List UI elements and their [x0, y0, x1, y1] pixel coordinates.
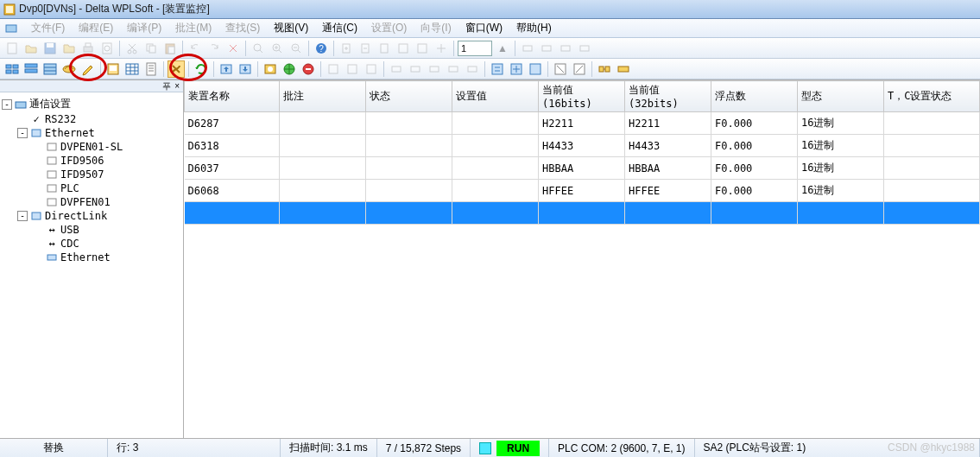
redo-icon[interactable] — [205, 40, 223, 57]
tree-eth-4[interactable]: DVPFEN01 — [2, 195, 181, 209]
col-v16[interactable]: 当前值 (16bits) — [539, 81, 625, 112]
menu-search[interactable]: 查找(S) — [218, 19, 267, 37]
undo-icon[interactable] — [187, 40, 204, 57]
cell-setv[interactable] — [452, 135, 539, 157]
cell-flt[interactable]: F0.000 — [711, 135, 798, 157]
cell-tc[interactable] — [884, 135, 980, 157]
bit-b-icon[interactable] — [407, 60, 424, 78]
device-monitor-table[interactable]: 装置名称 批注 状态 设置值 当前值 (16bits) 当前值 (32bits)… — [184, 80, 980, 225]
preview-icon[interactable] — [98, 40, 116, 57]
cell-setv[interactable] — [452, 112, 539, 135]
cell-v16[interactable]: H2211 — [539, 112, 625, 135]
col-float[interactable]: 浮点数 — [711, 81, 798, 112]
tree-eth-2[interactable]: IFD9507 — [2, 168, 181, 181]
col-type[interactable]: 型态 — [798, 81, 884, 112]
zoom-in-icon[interactable] — [269, 40, 286, 57]
cell-v32[interactable]: H2211 — [625, 112, 711, 135]
cell-note[interactable] — [280, 112, 366, 135]
trans-a-icon[interactable] — [489, 60, 506, 78]
tool-e-icon[interactable] — [538, 40, 555, 57]
online-icon[interactable] — [60, 60, 78, 78]
tool-b-icon[interactable] — [414, 40, 431, 57]
menu-file[interactable]: 文件(F) — [24, 19, 72, 37]
link-a-icon[interactable] — [596, 60, 613, 78]
tree-directlink[interactable]: -DirectLink — [2, 209, 181, 223]
col-state[interactable]: 状态 — [366, 81, 452, 112]
open-icon[interactable] — [22, 40, 40, 57]
view-a-icon[interactable] — [3, 60, 21, 78]
device-icon[interactable] — [104, 60, 122, 78]
tree-eth-3[interactable]: PLC — [2, 181, 181, 195]
monitor-active-icon[interactable] — [168, 60, 185, 78]
cell-state[interactable] — [366, 135, 452, 157]
tree-ethernet[interactable]: -Ethernet — [2, 126, 181, 140]
find-icon[interactable] — [250, 40, 267, 57]
cell-name[interactable]: D6068 — [185, 180, 280, 202]
tool-d-icon[interactable] — [519, 40, 536, 57]
spin-up-icon[interactable]: ▲ — [494, 40, 511, 57]
tree-eth-1[interactable]: IFD9506 — [2, 154, 181, 168]
tree-dl-2[interactable]: Ethernet — [2, 251, 181, 264]
cell-v32[interactable]: H4433 — [625, 135, 711, 157]
tree-dl-1[interactable]: ↔CDC — [2, 237, 181, 251]
download-icon[interactable] — [237, 60, 254, 78]
cell-state[interactable] — [366, 157, 452, 180]
tree-root[interactable]: -通信设置 — [2, 96, 181, 112]
cell-name[interactable]: D6318 — [185, 135, 280, 157]
folder-open-icon[interactable] — [60, 40, 78, 57]
mod-c-icon[interactable] — [363, 60, 380, 78]
menu-help[interactable]: 帮助(H) — [509, 19, 559, 37]
cell-v16[interactable]: H4433 — [539, 135, 625, 157]
cut-icon[interactable] — [123, 40, 141, 57]
cell-type[interactable]: 16进制 — [798, 135, 884, 157]
comm-icon[interactable] — [262, 60, 279, 78]
tool-a-icon[interactable] — [395, 40, 412, 57]
table-icon[interactable] — [123, 60, 141, 78]
cell-note[interactable] — [280, 180, 366, 202]
cell-setv[interactable] — [452, 157, 539, 180]
zoom-out-icon[interactable] — [288, 40, 305, 57]
trans-b-icon[interactable] — [508, 60, 525, 78]
bit-c-icon[interactable] — [426, 60, 443, 78]
conv-b-icon[interactable] — [571, 60, 588, 78]
save-icon[interactable] — [41, 40, 59, 57]
col-tc[interactable]: T，C设置状态 — [884, 81, 980, 112]
tool-c-icon[interactable] — [433, 40, 450, 57]
edit-icon[interactable] — [79, 60, 97, 78]
col-name[interactable]: 装置名称 — [185, 81, 280, 112]
step-input[interactable] — [458, 41, 492, 56]
cell-v32[interactable]: HBBAA — [625, 157, 711, 180]
tree-eth-0[interactable]: DVPEN01-SL — [2, 140, 181, 154]
cell-type[interactable]: 16进制 — [798, 112, 884, 135]
cell-tc[interactable] — [884, 180, 980, 202]
cell-type[interactable]: 16进制 — [798, 180, 884, 202]
table-row[interactable]: D6068HFFEEHFFEEF0.00016进制 — [185, 180, 980, 202]
print-icon[interactable] — [79, 40, 97, 57]
col-setv[interactable]: 设置值 — [452, 81, 539, 112]
mod-b-icon[interactable] — [344, 60, 361, 78]
col-note[interactable]: 批注 — [280, 81, 366, 112]
menu-prog[interactable]: 编程(E) — [72, 19, 120, 37]
bit-d-icon[interactable] — [445, 60, 462, 78]
mod-a-icon[interactable] — [325, 60, 342, 78]
menu-wizard[interactable]: 向导(I) — [414, 19, 458, 37]
step-icon[interactable] — [376, 40, 393, 57]
table-row-selected[interactable] — [185, 202, 980, 225]
globe-icon[interactable] — [281, 60, 298, 78]
menu-batch[interactable]: 批注(M) — [168, 19, 218, 37]
cell-v16[interactable]: HFFEE — [539, 180, 625, 202]
tree-dl-0[interactable]: ↔USB — [2, 223, 181, 237]
doc-icon[interactable] — [142, 60, 160, 78]
cell-flt[interactable]: F0.000 — [711, 157, 798, 180]
cell-type[interactable]: 16进制 — [798, 157, 884, 180]
table-row[interactable]: D6037HBBAAHBBAAF0.00016进制 — [185, 157, 980, 180]
cell-tc[interactable] — [884, 112, 980, 135]
menu-comm[interactable]: 通信(C) — [315, 19, 364, 37]
menu-view[interactable]: 视图(V) — [267, 19, 315, 37]
tool-f-icon[interactable] — [557, 40, 574, 57]
cell-note[interactable] — [280, 135, 366, 157]
stop-icon[interactable] — [300, 60, 317, 78]
new-icon[interactable] — [3, 40, 21, 57]
menu-window[interactable]: 窗口(W) — [458, 19, 509, 37]
link-b-icon[interactable] — [615, 60, 632, 78]
